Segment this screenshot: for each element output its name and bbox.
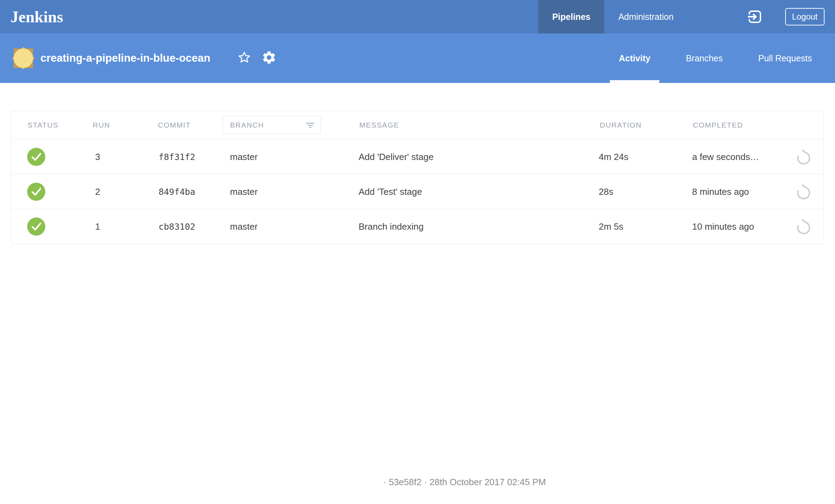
replay-button[interactable] [796, 184, 812, 200]
pipeline-health-icon [12, 47, 35, 70]
run-duration: 28s [599, 186, 613, 197]
tab-activity-label: Activity [619, 53, 650, 63]
run-message: Branch indexing [359, 221, 423, 232]
version-info: · 53e58f2 · 28th October 2017 02:45 PM [47, 477, 835, 488]
run-message: Add 'Test' stage [359, 186, 422, 197]
replay-button[interactable] [796, 149, 812, 165]
column-header-duration: DURATION [600, 121, 642, 129]
status-cell [27, 183, 45, 201]
run-message: Add 'Deliver' stage [359, 151, 434, 162]
branch-name: master [230, 186, 258, 197]
nav-tab-pipelines[interactable]: Pipelines [538, 0, 604, 33]
run-number: 1 [95, 221, 100, 232]
column-header-status: STATUS [28, 121, 59, 129]
table-row[interactable]: 2 849f4ba master Add 'Test' stage 28s 8 … [12, 174, 823, 209]
tab-pull-requests-label: Pull Requests [758, 53, 812, 63]
commit-hash: 849f4ba [159, 186, 195, 197]
column-header-branch: BRANCH [230, 121, 264, 129]
success-status-icon [27, 217, 45, 236]
activity-table-rows: 3 f8f31f2 master Add 'Deliver' stage 4m … [12, 139, 823, 244]
branch-name: master [230, 151, 258, 162]
tab-pull-requests[interactable]: Pull Requests [749, 33, 821, 83]
pipeline-title: creating-a-pipeline-in-blue-ocean [40, 33, 210, 83]
run-completed: 8 minutes ago [692, 186, 749, 197]
column-header-completed: COMPLETED [693, 121, 743, 129]
tab-activity[interactable]: Activity [610, 33, 659, 83]
nav-tab-pipelines-label: Pipelines [552, 12, 590, 22]
branch-filter-dropdown[interactable]: BRANCH [223, 116, 321, 134]
branch-name: master [230, 221, 258, 232]
run-duration: 4m 24s [599, 151, 628, 162]
tab-branches[interactable]: Branches [677, 33, 732, 83]
status-cell [27, 217, 45, 236]
table-row[interactable]: 3 f8f31f2 master Add 'Deliver' stage 4m … [12, 139, 823, 174]
activity-table: STATUS RUN COMMIT BRANCH MESSAGE DURATIO… [11, 111, 824, 244]
success-status-icon [27, 148, 45, 166]
status-cell [27, 148, 45, 166]
favorite-star-icon[interactable] [238, 51, 251, 66]
activity-table-header: STATUS RUN COMMIT BRANCH MESSAGE DURATIO… [12, 111, 823, 139]
table-row[interactable]: 1 cb83102 master Branch indexing 2m 5s 1… [12, 209, 823, 244]
exit-icon[interactable] [747, 9, 763, 25]
column-header-run: RUN [93, 121, 110, 129]
tab-branches-label: Branches [686, 53, 723, 63]
nav-tab-administration[interactable]: Administration [604, 0, 687, 33]
success-status-icon [27, 183, 45, 201]
branch-filter-icon [306, 123, 314, 128]
top-nav-bar: Jenkins Pipelines Administration Logout [0, 0, 835, 33]
run-completed: 10 minutes ago [692, 221, 754, 232]
commit-hash: f8f31f2 [159, 152, 195, 162]
run-number: 3 [95, 151, 100, 162]
commit-hash: cb83102 [159, 221, 195, 231]
run-duration: 2m 5s [599, 221, 623, 232]
nav-tab-administration-label: Administration [618, 12, 673, 22]
column-header-commit: COMMIT [158, 121, 191, 129]
settings-gear-icon[interactable] [261, 50, 277, 67]
run-completed: a few seconds… [692, 151, 759, 162]
run-number: 2 [95, 186, 100, 197]
replay-button[interactable] [796, 219, 812, 235]
jenkins-logo: Jenkins [10, 8, 63, 26]
logout-button[interactable]: Logout [785, 8, 825, 25]
column-header-message: MESSAGE [359, 121, 399, 129]
pipeline-header-bar: creating-a-pipeline-in-blue-ocean Activi… [0, 33, 835, 83]
pipeline-tabs: Activity Branches Pull Requests [610, 33, 821, 83]
top-nav-right: Pipelines Administration Logout [538, 0, 835, 33]
